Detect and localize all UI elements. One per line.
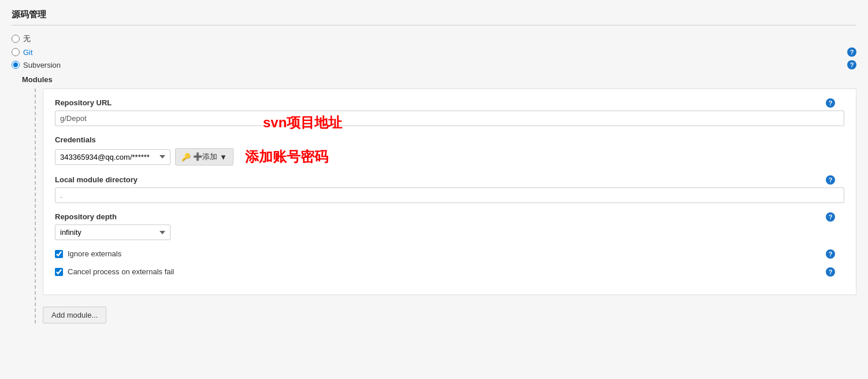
credentials-annotation: 添加账号密码 bbox=[245, 148, 328, 166]
credentials-select[interactable]: 343365934@qq.com/****** bbox=[55, 149, 170, 165]
repo-depth-select[interactable]: infinity empty files immediates bbox=[55, 225, 170, 240]
radio-subversion-row: Subversion ? bbox=[12, 60, 856, 69]
repo-url-label-row: Repository URL ? bbox=[55, 98, 844, 107]
credentials-label-row: Credentials bbox=[55, 135, 844, 144]
subversion-help-icon[interactable]: ? bbox=[847, 60, 856, 69]
repo-depth-help-icon[interactable]: ? bbox=[826, 212, 835, 222]
credentials-field: Credentials 343365934@qq.com/****** 🔑 ➕添… bbox=[55, 135, 844, 166]
repo-depth-field: Repository depth ? infinity empty files … bbox=[55, 212, 844, 240]
cancel-process-field: Cancel process on externals fail ? bbox=[55, 267, 844, 276]
local-dir-label-row: Local module directory ? bbox=[55, 175, 844, 184]
key-icon: 🔑 bbox=[181, 153, 191, 161]
local-dir-help-icon[interactable]: ? bbox=[826, 175, 835, 185]
cancel-process-row: Cancel process on externals fail ? bbox=[55, 267, 844, 276]
add-button-label: ➕添加 bbox=[193, 152, 217, 162]
cancel-process-help-icon[interactable]: ? bbox=[826, 267, 835, 277]
module-box: Repository URL ? svn项目地址 Credentials 343… bbox=[43, 89, 856, 295]
radio-item-subversion[interactable]: Subversion bbox=[12, 61, 61, 69]
ignore-externals-field: Ignore externals ? bbox=[55, 249, 844, 258]
git-help-icon[interactable]: ? bbox=[847, 47, 856, 57]
credentials-label: Credentials bbox=[55, 135, 96, 144]
local-dir-field: Local module directory ? bbox=[55, 175, 844, 203]
credentials-row: 343365934@qq.com/****** 🔑 ➕添加 ▼ 添加账号密码 bbox=[55, 148, 844, 166]
modules-container: Repository URL ? svn项目地址 Credentials 343… bbox=[35, 89, 856, 323]
repo-url-row: svn项目地址 bbox=[55, 111, 844, 126]
ignore-externals-row: Ignore externals ? bbox=[55, 249, 844, 258]
local-dir-input[interactable] bbox=[55, 187, 844, 203]
repo-url-input[interactable] bbox=[55, 111, 844, 126]
subversion-help-area: ? bbox=[847, 60, 856, 69]
radio-item-none[interactable]: 无 bbox=[12, 34, 31, 44]
cancel-process-label: Cancel process on externals fail bbox=[68, 267, 174, 276]
radio-none-row: 无 bbox=[12, 34, 856, 44]
add-module-button[interactable]: Add module... bbox=[43, 307, 106, 323]
add-credentials-button[interactable]: 🔑 ➕添加 ▼ bbox=[175, 148, 233, 165]
repo-url-help-icon[interactable]: ? bbox=[826, 98, 835, 108]
repo-url-label: Repository URL bbox=[55, 98, 112, 107]
section-title: 源码管理 bbox=[12, 9, 856, 25]
repo-depth-label-row: Repository depth ? bbox=[55, 212, 844, 221]
ignore-externals-help-icon[interactable]: ? bbox=[826, 249, 835, 259]
ignore-externals-label: Ignore externals bbox=[68, 249, 121, 258]
radio-git-row: Git ? bbox=[12, 47, 856, 57]
ignore-externals-checkbox[interactable] bbox=[55, 250, 63, 258]
radio-none-input[interactable] bbox=[12, 35, 20, 43]
radio-group: 无 Git ? Subversion ? bbox=[12, 34, 856, 69]
cancel-process-checkbox[interactable] bbox=[55, 268, 63, 276]
add-dropdown-arrow: ▼ bbox=[220, 153, 227, 161]
modules-label: Modules bbox=[22, 75, 856, 84]
git-help-area: ? bbox=[847, 47, 856, 57]
local-dir-label: Local module directory bbox=[55, 175, 138, 184]
repo-url-annotation: svn项目地址 bbox=[263, 113, 342, 132]
page-container: 源码管理 无 Git ? Subversio bbox=[0, 0, 868, 379]
repo-depth-label: Repository depth bbox=[55, 212, 117, 221]
repo-url-field: Repository URL ? svn项目地址 bbox=[55, 98, 844, 126]
radio-subversion-label: Subversion bbox=[23, 61, 61, 69]
radio-item-git[interactable]: Git bbox=[12, 48, 33, 57]
radio-git-input[interactable] bbox=[12, 48, 20, 56]
git-link[interactable]: Git bbox=[23, 48, 33, 57]
radio-none-label: 无 bbox=[23, 34, 31, 44]
radio-git-label: Git bbox=[23, 48, 33, 57]
radio-subversion-input[interactable] bbox=[12, 61, 20, 69]
